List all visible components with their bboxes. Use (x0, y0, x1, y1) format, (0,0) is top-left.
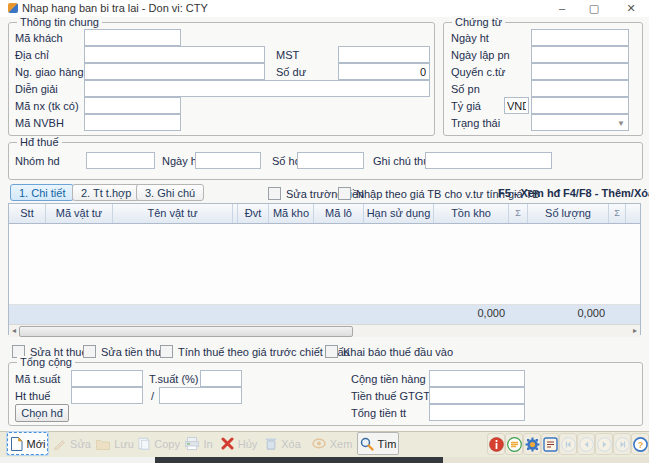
currency-box[interactable] (504, 97, 529, 114)
col-ma-lo[interactable]: Mã lô (314, 204, 364, 223)
tax-account2-input[interactable] (159, 387, 242, 404)
tax-account-label: Ht thuế (15, 390, 50, 402)
col-dvt[interactable]: Đvt (238, 204, 269, 223)
chevron-down-icon: ▼ (617, 119, 625, 128)
exchange-rate-input[interactable] (531, 97, 629, 114)
mst-input[interactable] (338, 46, 430, 63)
help-icon[interactable]: ? (631, 433, 649, 455)
goods-amount-input[interactable] (429, 370, 525, 387)
maximize-button[interactable]: ▢ (583, 0, 605, 16)
posting-date-input[interactable] (531, 29, 629, 46)
edit-button[interactable]: Sửa (52, 432, 92, 455)
vat-amount-input[interactable] (429, 387, 525, 404)
nav-first-icon[interactable] (559, 433, 577, 455)
invoice-tax-legend: Hđ thuế (17, 136, 62, 148)
invoice-no-input[interactable] (297, 152, 364, 169)
total-payment-input[interactable] (429, 404, 525, 421)
find-button[interactable]: Tìm (357, 432, 399, 455)
total-so-luong: 0,000 (528, 307, 605, 319)
f5-hint: F5 - Xem hđ (498, 187, 560, 199)
red-x-icon (221, 437, 234, 450)
nav-last-icon[interactable] (613, 433, 631, 455)
voucher-date-input[interactable] (531, 46, 629, 63)
customer-code-label: Mã khách (15, 32, 63, 44)
balance-input[interactable] (338, 63, 430, 80)
edit-tax-amount-checkbox[interactable] (83, 345, 96, 358)
address-input[interactable] (84, 46, 265, 63)
grid-header: Stt Mã vật tư Tên vật tư Đvt Mã kho Mã l… (9, 204, 640, 224)
col-ma-vat-tu[interactable]: Mã vật tư (46, 204, 113, 223)
new-button[interactable]: Mới (7, 432, 48, 455)
save-button[interactable]: Lưu (95, 432, 135, 455)
tax-account-input[interactable] (71, 387, 143, 404)
salesman-code-input[interactable] (84, 114, 181, 131)
delete-button[interactable]: Xóa (262, 432, 304, 455)
total-ton-kho: 0,000 (434, 307, 505, 319)
address-label: Địa chỉ (15, 49, 49, 61)
copy-button[interactable]: Copy (138, 432, 180, 455)
scrollbar-thumb[interactable] (19, 326, 353, 337)
cancel-button[interactable]: Hủy (219, 432, 259, 455)
input-tax-declare-checkbox[interactable] (325, 345, 338, 358)
tab-ghi-chu[interactable]: 3. Ghi chú (136, 184, 204, 201)
new-doc-icon (10, 437, 23, 451)
voucher-no-input[interactable] (531, 80, 629, 97)
tab-tt-thop[interactable]: 2. Tt t.hợp (72, 184, 140, 201)
horizontal-scrollbar[interactable]: ◂ ▸ (9, 324, 640, 337)
view-button[interactable]: Xem (311, 432, 353, 455)
salesman-code-label: Mã NVBH (15, 117, 64, 129)
tax-note-input[interactable] (425, 152, 552, 169)
sigma-icon[interactable]: Σ (609, 204, 626, 223)
grid-body[interactable] (9, 224, 640, 305)
nav-next-icon[interactable] (595, 433, 613, 455)
col-stt[interactable]: Stt (9, 204, 46, 223)
close-button[interactable]: ✕ (620, 0, 642, 16)
general-info-group: Thông tin chung Mã khách Địa chỉ MST Ng.… (8, 22, 435, 136)
choose-invoice-button[interactable]: Chọn hđ (15, 404, 69, 422)
scroll-left-icon[interactable]: ◂ (12, 325, 16, 337)
detail-grid: Stt Mã vật tư Tên vật tư Đvt Mã kho Mã l… (8, 203, 641, 335)
avg-price-checkbox[interactable] (338, 187, 351, 200)
print-button[interactable]: In (182, 432, 216, 455)
magnifier-icon (360, 437, 374, 451)
scroll-right-icon[interactable]: ▸ (633, 325, 637, 337)
tab-chi-tiet[interactable]: 1. Chi tiết (10, 184, 74, 201)
edit-money-checkbox[interactable] (268, 187, 281, 200)
bottom-strip-right (443, 457, 649, 463)
totals-group: Tổng cộng Mã t.suất T.suất (%) Cộng tiền… (8, 362, 643, 426)
deliverer-input[interactable] (84, 63, 265, 80)
minimize-button[interactable]: – (551, 0, 573, 16)
tax-before-discount-checkbox[interactable] (160, 345, 173, 358)
invoice-date-input[interactable] (195, 152, 261, 169)
status-select[interactable]: ▼ (531, 114, 629, 131)
document-group: Chứng từ Ngày ht Ngày lập pn Quyển c.từ … (443, 22, 643, 136)
sigma-icon[interactable]: Σ (509, 204, 528, 223)
voucher-no-label: Số pn (451, 83, 480, 95)
col-so-luong[interactable]: Số lượng (528, 204, 609, 223)
customer-code-input[interactable] (84, 29, 181, 46)
app-window: Nhap hang ban bi tra lai - Don vi: CTY –… (0, 0, 649, 463)
col-han-su-dung[interactable]: Hạn sử dụng (364, 204, 434, 223)
description-input[interactable] (84, 80, 430, 97)
col-ton-kho[interactable]: Tồn kho (434, 204, 509, 223)
col-ma-kho[interactable]: Mã kho (269, 204, 314, 223)
f4f8-hint: F4/F8 - Thêm/Xóa dòng (563, 187, 649, 199)
nx-account-input[interactable] (84, 97, 181, 114)
col-ten-vat-tu[interactable]: Tên vật tư (113, 204, 233, 223)
nav-prev-icon[interactable] (577, 433, 595, 455)
book-label: Quyển c.từ (451, 66, 505, 78)
tax-rate-label: T.suất (%) (149, 373, 199, 385)
col-filler (626, 204, 640, 223)
tax-code-label: Mã t.suất (15, 373, 60, 385)
tax-code-input[interactable] (71, 370, 143, 387)
app-logo-icon (8, 3, 18, 13)
report-icon[interactable] (541, 433, 559, 455)
tax-rate-input[interactable] (200, 370, 242, 387)
notes-icon[interactable] (505, 433, 523, 455)
settings-gear-icon[interactable] (523, 433, 541, 455)
info-icon[interactable] (487, 433, 505, 455)
book-input[interactable] (531, 63, 629, 80)
totals-legend: Tổng cộng (17, 356, 75, 368)
nx-account-label: Mã nx (tk có) (15, 100, 79, 112)
invoice-group-input[interactable] (86, 152, 155, 169)
